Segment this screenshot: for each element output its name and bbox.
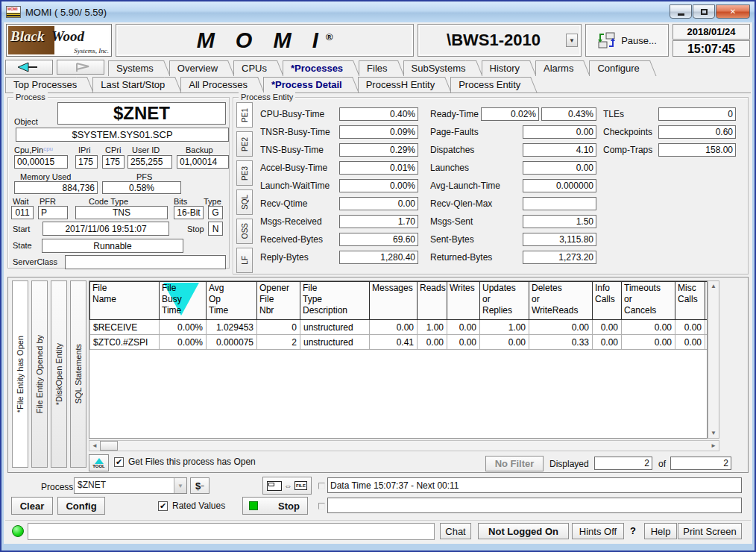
data-time-flag[interactable] [318,483,325,489]
dollar-lookup-button[interactable]: $~ [190,477,210,494]
hints-toggle-button[interactable]: Hints Off [572,523,624,539]
file-table-row[interactable]: $RECEIVE 0.00% 1.029453 0 unstructured 0… [90,320,708,335]
logo-subtext: Systems, Inc. [74,47,109,54]
tab-files[interactable]: Files [359,60,391,76]
rated-values-checkbox[interactable]: ✔ [158,501,168,511]
no-filter-button[interactable]: No Filter [485,456,544,471]
tab-processes[interactable]: *Processes [283,60,347,76]
col-opener-file-nbr[interactable]: Opener File Nbr [257,282,300,320]
metric-label: Page-Faults [430,127,523,137]
metric-value-field: 0.00% [339,179,418,192]
print-screen-button[interactable]: Print Screen [678,523,742,539]
view-diskopen-entity[interactable]: *DiskOpen Entity [51,280,67,468]
cpu-hint: cpu [43,145,53,152]
system-dropdown-icon[interactable]: ▼ [566,34,578,47]
file-entity-panel: *File Entity has Open File Entity Opened… [7,277,749,473]
tab-processh-entity[interactable]: ProcessH Entity [358,77,439,92]
chat-button[interactable]: Chat [440,523,471,539]
tab-all-processes[interactable]: All Processes [180,77,252,92]
pause-button[interactable]: Pause... [585,24,669,57]
state-label: State [13,241,32,250]
col-messages[interactable]: Messages [370,282,418,320]
tab-pe1[interactable]: PE1 [236,102,253,128]
title-bar[interactable]: MOMI ( 5.90/ 5.59) ✕ [1,1,755,22]
cell-writes: 0.00 [447,320,480,335]
tab-sql[interactable]: SQL [236,189,253,215]
status-message-field [28,523,435,540]
tab-lf[interactable]: LF [236,248,253,273]
secondary-flag[interactable] [318,503,325,509]
process-combobox-arrow-icon[interactable]: ▼ [174,478,186,493]
col-file-name[interactable]: File Name [90,282,160,320]
process-entity-legend: Process Entity [239,92,295,101]
process-to-file-button[interactable]: ⇔ FILE [262,477,312,495]
col-file-type-description[interactable]: File Type Description [300,282,370,320]
tab-systems[interactable]: Systems [108,60,158,76]
tab-pe3[interactable]: PE3 [236,160,253,186]
help-button[interactable]: Help [644,523,677,539]
table-vertical-scrollbar[interactable]: ▲ ▼ [708,280,719,439]
wait-field: 011 [11,206,34,219]
login-button[interactable]: Not Logged On [478,523,569,539]
scroll-down-icon[interactable]: ▼ [708,428,719,438]
tool-button[interactable]: TOOL [89,454,109,471]
tab-process-detail[interactable]: *Process Detail [263,77,347,92]
file-icon: FILE [294,481,307,490]
view-file-entity-opened-by[interactable]: File Entity Opened by [31,280,48,468]
user-id-label: User ID [132,145,160,154]
col-updates-or-replies[interactable]: Updates or Replies [480,282,529,320]
col-avg-op-time[interactable]: Avg Op Time [207,282,257,320]
question-button[interactable]: ? [630,525,636,536]
minimize-button[interactable] [670,4,692,19]
tab-pe2[interactable]: PE2 [236,131,253,157]
code-type-field: TNS [75,206,168,219]
metric-label: TNS-Busy-Time [260,145,339,155]
scroll-up-icon[interactable]: ▲ [708,281,719,291]
tab-top-processes[interactable]: Top Processes [5,77,81,92]
view-file-entity-has-open[interactable]: *File Entity has Open [12,280,28,468]
window-frame: Black Wood Systems, Inc. M O M I® \BWS1-… [1,22,755,551]
scroll-right-icon[interactable]: ► [708,441,719,451]
file-table: File Name File Busy Time Avg Op Time Ope… [89,281,708,350]
system-selector[interactable]: \BWS1-2010 ▼ [418,24,582,57]
col-writes[interactable]: Writes [447,282,480,320]
tab-alarms[interactable]: Alarms [535,60,578,76]
app-title-panel: M O M I® [116,24,414,57]
tab-history[interactable]: History [482,60,524,76]
col-misc-calls[interactable]: Misc Calls [675,282,705,320]
tab-cpus[interactable]: CPUs [233,60,271,76]
clear-button[interactable]: Clear [11,497,53,515]
table-horizontal-scrollbar[interactable]: ◄ ► [89,440,719,451]
tab-overview[interactable]: Overview [169,60,222,76]
nav-forward-button[interactable] [57,60,104,75]
tab-last-start-stop[interactable]: Last Start/Stop [92,77,169,92]
col-deletes-or-writereads[interactable]: Deletes or WriteReads [529,282,593,320]
col-info-calls[interactable]: Info Calls [593,282,622,320]
metric-value-field: 69.60 [339,233,418,246]
cell-type: unstructured [300,335,370,350]
tab-subsystems[interactable]: SubSystems [403,60,470,76]
metric-value-field: 0.00 [523,161,596,175]
metric-label: Checkpoints [603,127,658,137]
maximize-button[interactable] [693,4,715,19]
tab-configure[interactable]: Configure [589,60,643,76]
hscroll-thumb[interactable] [100,441,118,451]
view-sql-statements[interactable]: SQL Statements [70,280,86,468]
program-file-field: $SYSTEM.SYS01.SCP [16,128,229,142]
file-table-row[interactable]: $ZTC0.#ZSPI 0.00% 0.000075 2 unstructure… [90,335,708,350]
stop-button[interactable]: Stop [242,497,308,515]
close-button[interactable]: ✕ [716,4,750,19]
config-button[interactable]: Config [57,497,105,515]
controls-row-2: Clear Config ✔ Rated Values Stop [5,497,751,516]
nav-back-button[interactable] [5,60,53,75]
col-reads[interactable]: Reads [418,282,447,320]
tab-oss[interactable]: OSS [236,219,253,244]
col-file-busy-time[interactable]: File Busy Time [160,282,207,320]
memory-used-label: Memory Used [20,172,71,181]
process-combobox[interactable]: $ZNET ▼ [74,477,187,494]
cell-file-name: $ZTC0.#ZSPI [90,335,160,350]
scroll-left-icon[interactable]: ◄ [89,441,100,451]
col-timeouts-or-cancels[interactable]: Timeouts or Cancels [622,282,675,320]
tab-process-entity[interactable]: Process Entity [450,77,525,92]
get-files-checkbox[interactable]: ✔ [114,457,124,467]
